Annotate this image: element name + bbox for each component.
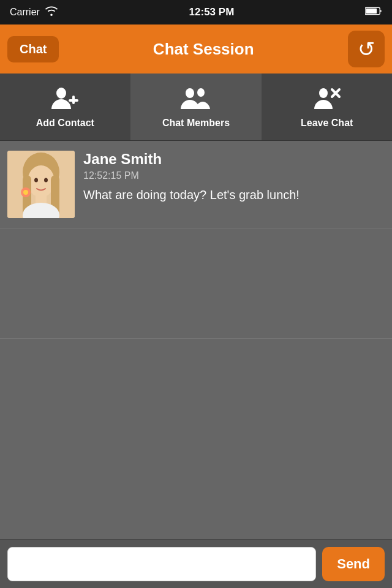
svg-rect-4	[69, 99, 78, 102]
add-contact-label: Add Contact	[36, 118, 94, 129]
nav-title: Chat Session	[59, 40, 348, 59]
send-button[interactable]: Send	[322, 547, 385, 581]
message-content: Jane Smith 12:52:15 PM What are doing to…	[83, 151, 385, 203]
wifi-icon	[45, 6, 58, 18]
svg-point-19	[23, 190, 28, 195]
back-button[interactable]: Chat	[7, 36, 59, 62]
chat-members-icon	[180, 86, 212, 114]
empty-chat-space-bottom	[0, 339, 392, 541]
nav-bar: Chat Chat Session ↺	[0, 24, 392, 74]
refresh-icon: ↺	[358, 39, 375, 59]
svg-point-5	[186, 88, 194, 98]
svg-point-2	[56, 88, 66, 99]
message-input[interactable]	[7, 547, 316, 581]
toolbar-leave-chat[interactable]: Leave Chat	[262, 74, 392, 140]
message-time: 12:52:15 PM	[83, 170, 385, 181]
status-right	[365, 7, 382, 18]
empty-chat-space-top	[0, 228, 392, 339]
svg-point-6	[197, 88, 205, 97]
toolbar-add-contact[interactable]: Add Contact	[0, 74, 131, 140]
sender-name: Jane Smith	[83, 151, 385, 168]
svg-point-13	[28, 165, 55, 197]
status-left: Carrier	[10, 6, 58, 18]
avatar	[7, 151, 75, 218]
input-bar: Send	[0, 539, 392, 588]
chat-members-label: Chat Members	[162, 118, 230, 129]
status-time: 12:53 PM	[189, 6, 235, 18]
carrier-label: Carrier	[10, 7, 40, 18]
status-bar: Carrier 12:53 PM	[0, 0, 392, 24]
leave-chat-icon	[311, 86, 343, 114]
svg-point-21	[44, 178, 48, 183]
chat-area: Jane Smith 12:52:15 PM What are doing to…	[0, 141, 392, 541]
toolbar: Add Contact Chat Members Leave Chat	[0, 74, 392, 141]
svg-rect-1	[366, 9, 377, 13]
leave-chat-label: Leave Chat	[301, 118, 353, 129]
toolbar-chat-members[interactable]: Chat Members	[131, 74, 262, 140]
battery-icon	[365, 7, 382, 18]
svg-point-20	[34, 178, 38, 183]
svg-point-7	[319, 88, 328, 98]
message-text: What are doing today? Let's grab lunch!	[83, 186, 385, 203]
message-container: Jane Smith 12:52:15 PM What are doing to…	[0, 141, 392, 228]
refresh-button[interactable]: ↺	[348, 31, 385, 67]
add-contact-icon	[50, 86, 80, 114]
